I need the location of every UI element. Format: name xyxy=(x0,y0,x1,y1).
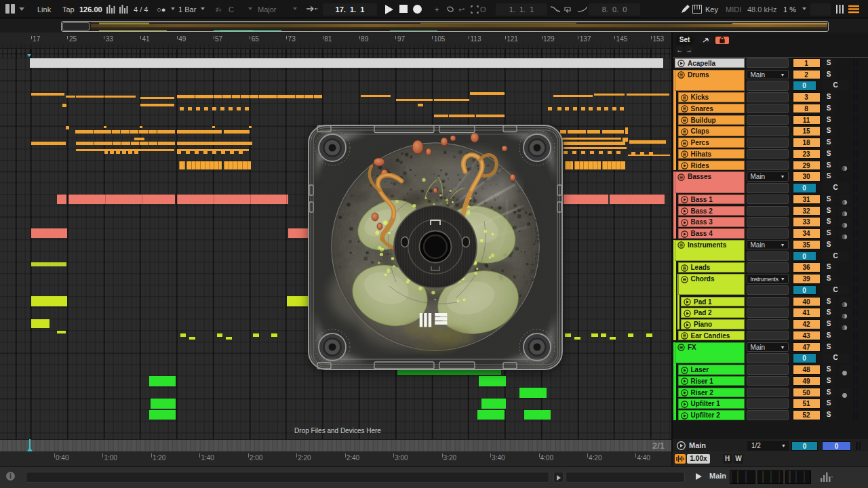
svg-text:CHRIS LAKE ALT: CHRIS LAKE ALT xyxy=(533,201,540,266)
svg-text:十 昭 木: 十 昭 木 xyxy=(529,262,536,283)
